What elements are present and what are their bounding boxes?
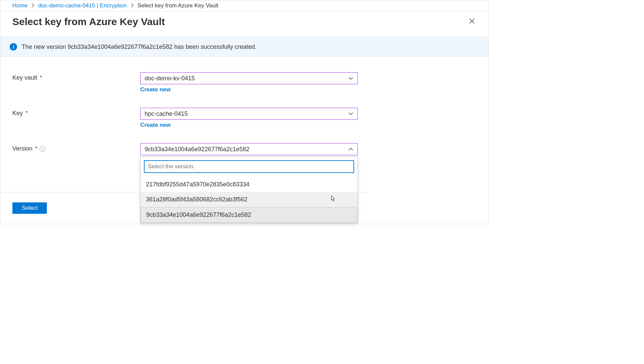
info-icon[interactable]: i bbox=[39, 146, 46, 152]
version-dropdown: 217fdbf9255d47a5970e2835e0c83334 361a28f… bbox=[140, 157, 358, 223]
chevron-right-icon bbox=[30, 3, 35, 9]
breadcrumb-current: Select key from Azure Key Vault bbox=[138, 2, 219, 9]
version-label: Version* i bbox=[12, 143, 140, 152]
close-icon bbox=[469, 18, 475, 24]
info-message: The new version 9cb33a34e1004a6e922677f6… bbox=[22, 43, 257, 51]
cursor-pointer-icon bbox=[329, 195, 336, 205]
chevron-up-icon bbox=[348, 147, 353, 152]
chevron-down-icon bbox=[348, 111, 353, 116]
key-vault-label: Key vault* bbox=[12, 72, 140, 81]
key-value: hpc-cache-0415 bbox=[145, 110, 188, 117]
page-title: Select key from Azure Key Vault bbox=[12, 16, 165, 27]
info-banner: i The new version 9cb33a34e1004a6e922677… bbox=[0, 37, 488, 57]
key-vault-select[interactable]: doc-demo-kv-0415 bbox=[140, 72, 358, 84]
key-create-link[interactable]: Create new bbox=[140, 122, 171, 128]
chevron-down-icon bbox=[348, 76, 353, 81]
select-button[interactable]: Select bbox=[12, 202, 47, 214]
breadcrumb-parent[interactable]: doc-demo-cache-0415 | Encryption bbox=[38, 2, 127, 9]
version-option[interactable]: 9cb33a34e1004a6e922677f6a2c1e582 bbox=[141, 207, 357, 223]
version-value: 9cb33a34e1004a6e922677f6a2c1e582 bbox=[145, 146, 249, 153]
chevron-right-icon bbox=[130, 3, 135, 9]
breadcrumb-home[interactable]: Home bbox=[12, 2, 27, 9]
key-select[interactable]: hpc-cache-0415 bbox=[140, 108, 358, 120]
key-vault-create-link[interactable]: Create new bbox=[140, 86, 171, 93]
version-option[interactable]: 361a28f0ad5f43a580682cc62ab3f562 bbox=[141, 192, 357, 207]
breadcrumb: Home doc-demo-cache-0415 | Encryption Se… bbox=[0, 0, 488, 11]
version-search-input[interactable] bbox=[144, 160, 354, 173]
key-vault-value: doc-demo-kv-0415 bbox=[145, 75, 195, 82]
version-select[interactable]: 9cb33a34e1004a6e922677f6a2c1e582 bbox=[140, 143, 358, 155]
version-option[interactable]: 217fdbf9255d47a5970e2835e0c83334 bbox=[141, 177, 357, 192]
key-label: Key* bbox=[12, 108, 140, 117]
info-icon: i bbox=[10, 43, 17, 51]
close-button[interactable] bbox=[468, 17, 476, 27]
